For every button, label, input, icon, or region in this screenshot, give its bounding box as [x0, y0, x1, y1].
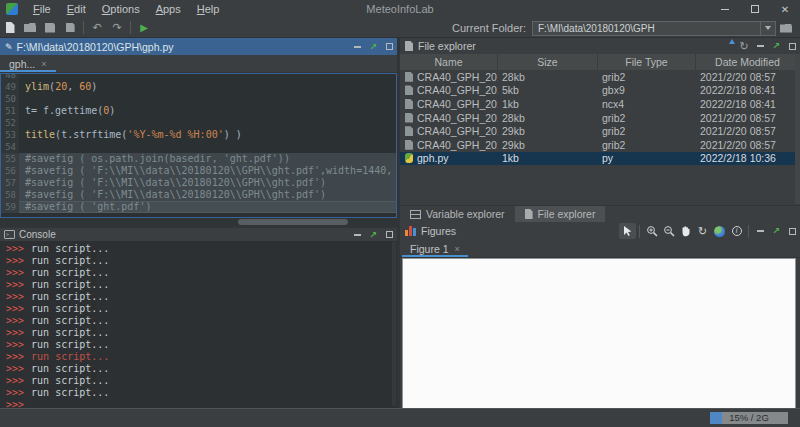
globe-tool-button[interactable]	[711, 223, 728, 239]
editor-hscrollbar[interactable]	[0, 218, 397, 226]
code-editor[interactable]: 4849ylim(20, 60)5051t= f.gettime(0)5253t…	[0, 73, 397, 218]
editor-file-path: F:\MI\data\20180120\GPH\gph.py	[17, 41, 174, 53]
figures-float-button[interactable]: ↗	[768, 226, 784, 236]
redo-button[interactable]: ↷	[107, 19, 127, 37]
memory-indicator[interactable]: 15% / 2G	[710, 412, 788, 424]
explorer-float-button[interactable]: ↗	[768, 41, 784, 51]
zoom-in-button[interactable]	[643, 223, 660, 239]
figures-tabbar: Figure 1 ×	[400, 240, 800, 258]
close-window-button[interactable]: ✕	[770, 0, 800, 18]
console-line: >>>run script...	[6, 267, 397, 279]
column-header-size[interactable]: Size	[498, 54, 598, 70]
save-all-button[interactable]	[60, 19, 80, 37]
memory-usage-label: 15% / 2G	[710, 412, 788, 424]
editor-hscrollbar-thumb[interactable]	[238, 219, 348, 225]
console-line: >>>run script...	[6, 279, 397, 291]
cursor-icon	[623, 225, 633, 237]
undo-button[interactable]: ↶	[87, 19, 107, 37]
save-button[interactable]	[40, 19, 60, 37]
table-row[interactable]: CRA40_GPH_2018012...28kbgrib22021/2/20 0…	[400, 70, 800, 84]
column-header-date-modified[interactable]: Date Modified	[696, 54, 800, 70]
menu-help[interactable]: Help	[189, 0, 228, 18]
tab-variable-explorer[interactable]: Variable explorer	[400, 206, 515, 222]
code-line-51[interactable]: 51t= f.gettime(0)	[1, 105, 396, 117]
menu-bar: FileEditOptionsAppsHelp	[25, 0, 227, 18]
console-panel-header[interactable]: >_ Console ↗	[0, 228, 397, 241]
code-line-49[interactable]: 49ylim(20, 60)	[1, 81, 396, 93]
figures-header[interactable]: Figures ↻ i ↗	[400, 222, 800, 240]
minimize-icon	[757, 45, 764, 47]
identify-button[interactable]: i	[728, 223, 745, 239]
active-tab-indicator	[0, 70, 56, 72]
menu-options[interactable]: Options	[94, 0, 148, 18]
console-float-button[interactable]: ↗	[365, 230, 381, 240]
console-line: >>>run script...	[6, 387, 397, 399]
code-line-55[interactable]: 55#savefig ( os.path.join(basedir, 'ght.…	[1, 153, 396, 165]
editor-float-button[interactable]: ↗	[365, 42, 381, 52]
table-row[interactable]: CRA40_GPH_2018012...29kbgrib22021/2/20 0…	[400, 138, 800, 152]
code-line-57[interactable]: 57#savefig ( 'F:\\MI\\data\\20180120\\GP…	[1, 177, 396, 189]
new-file-button[interactable]	[0, 19, 20, 37]
current-folder-combobox[interactable]: F:\MI\data\20180120\GPH	[532, 21, 776, 36]
browse-folder-icon	[780, 24, 792, 33]
table-row[interactable]: CRA40_GPH_2018012...28kbgrib22021/2/20 0…	[400, 111, 800, 125]
code-line-48[interactable]: 48	[1, 73, 396, 81]
tab-file-explorer[interactable]: File explorer	[515, 206, 606, 222]
tab-close-icon[interactable]: ×	[41, 59, 46, 69]
figure-canvas[interactable]	[402, 258, 796, 408]
code-line-52[interactable]: 52	[1, 117, 396, 129]
rotate-tool-button[interactable]: ↻	[694, 223, 711, 239]
editor-panel-header[interactable]: ✎ F:\MI\data\20180120\GPH\gph.py ↗	[0, 38, 397, 55]
maximize-icon	[386, 43, 393, 50]
menu-edit[interactable]: Edit	[59, 0, 94, 18]
console-minimize-button[interactable]	[349, 234, 365, 236]
tab-close-icon[interactable]: ×	[455, 244, 460, 254]
run-script-button[interactable]: ▶	[134, 19, 154, 37]
minimize-window-button[interactable]	[710, 0, 740, 18]
file-table-scrollbar[interactable]	[795, 54, 800, 204]
combobox-dropdown-button[interactable]	[760, 22, 775, 35]
table-row[interactable]: CRA40_GPH_2018012...29kbgrib22021/2/20 0…	[400, 124, 800, 138]
console-prompt[interactable]: >>>	[6, 399, 397, 408]
console-line: >>>run script...	[6, 327, 397, 339]
editor-maximize-button[interactable]	[381, 43, 397, 50]
file-table: CRA40_GPH_2018012...28kbgrib22021/2/20 0…	[400, 70, 800, 165]
maximize-icon	[751, 5, 759, 13]
code-line-53[interactable]: 53title(t.strftime('%Y-%m-%d %H:00') )	[1, 129, 396, 141]
figures-minimize-button[interactable]	[752, 230, 768, 232]
editor-minimize-button[interactable]	[349, 46, 365, 48]
console-output[interactable]: >>>run script...>>>run script...>>>run s…	[0, 242, 397, 408]
explorer-minimize-button[interactable]	[752, 45, 768, 47]
code-line-50[interactable]: 50	[1, 93, 396, 105]
parent-folder-button[interactable]	[720, 41, 736, 52]
console-maximize-button[interactable]	[381, 231, 397, 238]
console-line: >>>run script...	[6, 375, 397, 387]
python-file-icon	[405, 153, 413, 163]
menu-file[interactable]: File	[25, 0, 59, 18]
info-icon: i	[732, 226, 742, 236]
refresh-button[interactable]: ↻	[736, 41, 752, 52]
file-explorer-header[interactable]: File explorer ↻ ↗	[400, 38, 800, 54]
code-line-56[interactable]: 56#savefig ( 'F:\\MI\\data\\20180120\\GP…	[1, 165, 396, 177]
console-scrollbar[interactable]	[392, 242, 396, 406]
table-row[interactable]: gph.py1kbpy2022/2/18 10:36	[400, 152, 800, 166]
table-row[interactable]: CRA40_GPH_2018012...5kbgbx92022/2/18 08:…	[400, 84, 800, 98]
column-header-name[interactable]: Name	[400, 54, 498, 70]
code-line-54[interactable]: 54	[1, 141, 396, 153]
file-explorer-panel: File explorer ↻ ↗ NameSizeFile TypeDate …	[400, 38, 800, 222]
table-row[interactable]: CRA40_GPH_2018012...1kbncx42022/2/18 08:…	[400, 97, 800, 111]
column-header-file-type[interactable]: File Type	[598, 54, 696, 70]
zoom-out-button[interactable]	[660, 223, 677, 239]
open-file-button[interactable]	[20, 19, 40, 37]
figures-maximize-button[interactable]	[784, 228, 800, 235]
code-line-59[interactable]: 59#savefig ( 'ght.pdf')	[1, 201, 396, 213]
pan-tool-button[interactable]	[677, 223, 694, 239]
tab-label: gph...	[9, 58, 35, 70]
explorer-maximize-button[interactable]	[784, 43, 800, 50]
select-tool-button[interactable]	[619, 223, 636, 239]
maximize-window-button[interactable]	[740, 0, 770, 18]
browse-folder-button[interactable]	[776, 24, 796, 33]
editor-panel-controls: ↗	[349, 42, 397, 52]
menu-apps[interactable]: Apps	[148, 0, 189, 18]
code-line-58[interactable]: 58#savefig ( 'F:\\MI\\data\\20180120\\GP…	[1, 189, 396, 201]
